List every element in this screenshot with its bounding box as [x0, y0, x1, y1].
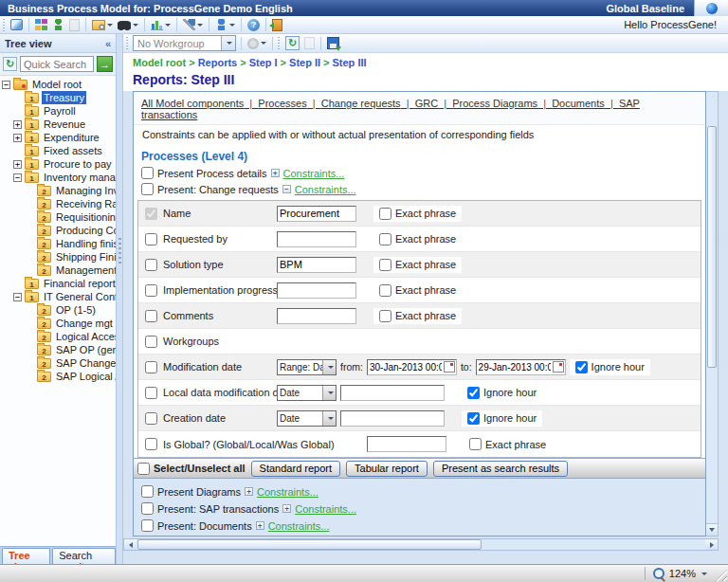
search-button[interactable]: [117, 17, 139, 33]
constraints-link[interactable]: Constraints...: [268, 520, 330, 532]
user-menu-button[interactable]: [214, 17, 236, 33]
comments-exact-checkbox[interactable]: [379, 310, 391, 322]
comments-checkbox[interactable]: [145, 310, 157, 322]
nav-grc[interactable]: GRC: [415, 98, 453, 109]
present-documents-checkbox[interactable]: [141, 519, 154, 532]
expander-icon[interactable]: [13, 134, 22, 142]
tree-item-payroll[interactable]: 1 Payroll: [0, 104, 116, 118]
tree-item-managing-inventory[interactable]: 2 Managing Inventory: [0, 184, 116, 197]
present-as-search-results-button[interactable]: Present as search results: [433, 461, 568, 477]
breadcrumb-step-3[interactable]: Step III: [333, 57, 367, 68]
name-exact-checkbox[interactable]: [379, 208, 391, 220]
tree-item-shipping-finished[interactable]: 2 Shipping Finished P: [0, 250, 116, 264]
model-home-button[interactable]: [9, 17, 24, 33]
tree-item-op-1-5[interactable]: 2 OP (1-5): [0, 303, 116, 317]
creation-date-input[interactable]: [340, 410, 445, 427]
tab-search-results[interactable]: Search results: [52, 548, 116, 564]
tree-item-handling-finished[interactable]: 2 Handling finished p: [0, 237, 116, 250]
nav-all-model-components[interactable]: All Model components: [141, 98, 258, 109]
workgroup-settings-button[interactable]: [246, 35, 267, 51]
scrollbar-thumb[interactable]: [137, 539, 482, 550]
tree-item-receiving-raw-materials[interactable]: 2 Receiving Raw Mat: [0, 197, 116, 210]
dropdown-button[interactable]: [322, 386, 336, 400]
requested-by-exact-checkbox[interactable]: [379, 233, 391, 246]
tree-item-requisitioning[interactable]: 2 Requisitioning of M: [0, 210, 116, 224]
is-global-input[interactable]: [367, 436, 446, 452]
scroll-down-button[interactable]: [706, 523, 718, 536]
present-sap-transactions-checkbox[interactable]: [141, 502, 154, 515]
local-data-ignore-hour-checkbox[interactable]: [467, 387, 480, 399]
tree-item-procure-to-pay[interactable]: 1 Procure to pay: [0, 157, 116, 171]
expander-icon[interactable]: [13, 120, 22, 129]
modification-date-from-input[interactable]: [368, 362, 444, 373]
solution-type-input[interactable]: [277, 257, 356, 273]
page-button[interactable]: [303, 35, 316, 51]
search-input[interactable]: [20, 56, 94, 72]
expand-icon[interactable]: [256, 521, 264, 530]
tree-item-management-master[interactable]: 2 Management Maste: [0, 264, 116, 277]
tree-item-change-mgt[interactable]: 2 Change mgt: [0, 317, 116, 330]
tree-item-it-general-controls[interactable]: 1 IT General Controls (I: [0, 290, 116, 303]
name-input[interactable]: [277, 206, 356, 222]
name-checkbox[interactable]: [145, 208, 157, 220]
globe-tab[interactable]: [694, 0, 728, 16]
save-button[interactable]: [326, 35, 340, 51]
creation-date-ignore-hour-checkbox[interactable]: [467, 412, 480, 425]
refresh-button[interactable]: ↻: [284, 35, 300, 51]
breadcrumb-reports[interactable]: Reports: [198, 57, 238, 68]
is-global-exact-checkbox[interactable]: [469, 438, 482, 450]
collapse-sidebar-button[interactable]: «: [105, 38, 111, 49]
folder-options-button[interactable]: [91, 17, 114, 33]
expander-icon[interactable]: [2, 81, 10, 89]
expand-icon[interactable]: [282, 504, 291, 513]
creation-date-type-dropdown[interactable]: Date: [277, 410, 337, 427]
local-data-modification-date-input[interactable]: [340, 385, 445, 401]
modification-date-to-input[interactable]: [477, 362, 553, 373]
local-data-modification-date-checkbox[interactable]: [145, 387, 157, 399]
expander-icon[interactable]: [13, 293, 22, 301]
nav-process-diagrams[interactable]: Process Diagrams: [452, 98, 552, 109]
select-unselect-all-checkbox[interactable]: [137, 463, 150, 475]
implementation-progress-checkbox[interactable]: [145, 284, 157, 297]
dropdown-button[interactable]: [322, 360, 336, 374]
constraints-link[interactable]: Constraints...: [257, 486, 318, 498]
calendar-icon[interactable]: [553, 361, 564, 373]
present-process-details-checkbox[interactable]: [141, 167, 154, 179]
org-chart-button[interactable]: [34, 17, 48, 33]
tree-item-revenue[interactable]: 1 Revenue: [0, 118, 116, 131]
sidebar-splitter[interactable]: [117, 34, 123, 564]
breadcrumb-step-1[interactable]: Step I: [249, 57, 278, 68]
expand-icon[interactable]: [245, 487, 253, 496]
tree-item-expenditure[interactable]: 1 Expenditure: [0, 131, 116, 144]
reports-button[interactable]: [150, 17, 172, 33]
modification-date-checkbox[interactable]: [145, 361, 157, 373]
tree-item-fixed-assets[interactable]: 1 Fixed assets: [0, 144, 116, 157]
tree-item-sap-change-mgt[interactable]: 2 SAP Change mgt: [0, 356, 116, 370]
collapse-icon[interactable]: [282, 185, 291, 193]
present-diagrams-checkbox[interactable]: [141, 485, 154, 498]
breadcrumb-model-root[interactable]: Model root: [133, 57, 186, 68]
refresh-icon[interactable]: ↻: [3, 57, 17, 71]
is-global-checkbox[interactable]: [145, 438, 157, 450]
tree-item-treasury[interactable]: 1 Treasury: [0, 91, 116, 104]
implementation-progress-input[interactable]: [277, 282, 356, 299]
requested-by-checkbox[interactable]: [145, 233, 157, 246]
search-go-button[interactable]: →: [97, 56, 113, 72]
nav-change-requests[interactable]: Change requests: [321, 98, 415, 109]
logout-button[interactable]: [271, 17, 283, 33]
tree-item-model-root[interactable]: Model root: [0, 78, 116, 91]
solution-type-exact-checkbox[interactable]: [379, 259, 391, 271]
requested-by-input[interactable]: [277, 231, 356, 247]
nav-documents[interactable]: Documents: [552, 98, 619, 109]
dropdown-button[interactable]: [221, 36, 235, 50]
present-change-requests-checkbox[interactable]: [141, 183, 154, 195]
tree-item-logical-access[interactable]: 2 Logical Access: [0, 330, 116, 343]
workgroup-dropdown[interactable]: No Workgroup: [133, 35, 236, 51]
admin-tools-button[interactable]: [182, 17, 204, 33]
tree-item-financial-reporting[interactable]: 1 Financial reporting: [0, 277, 116, 290]
breadcrumb-step-2[interactable]: Step II: [289, 57, 320, 68]
scroll-right-button[interactable]: [705, 539, 718, 550]
zoom-control[interactable]: 124%: [646, 568, 728, 580]
help-button[interactable]: ?: [246, 17, 261, 33]
expander-icon[interactable]: [13, 173, 22, 182]
